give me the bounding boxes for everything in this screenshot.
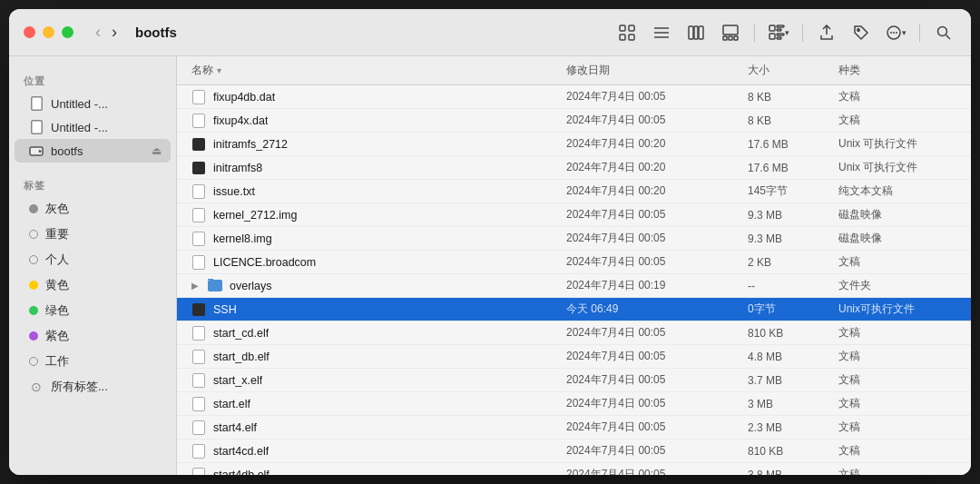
doc-icon	[192, 420, 205, 435]
file-size: 3.7 MB	[748, 374, 838, 387]
file-kind: 文稿	[838, 467, 956, 475]
fullscreen-button[interactable]	[62, 26, 74, 38]
file-size: 3.8 MB	[748, 469, 838, 476]
sidebar-tag-yellow[interactable]: 黄色	[15, 272, 171, 298]
table-row[interactable]: issue.txt 2024年7月4日 00:20 145字节 纯文本文稿	[177, 180, 971, 203]
table-row[interactable]: start_db.elf 2024年7月4日 00:05 4.8 MB 文稿	[177, 345, 971, 369]
tag-label-yellow: 黄色	[45, 277, 69, 293]
table-row[interactable]: start_cd.elf 2024年7月4日 00:05 810 KB 文稿	[177, 321, 971, 345]
file-icon	[191, 373, 206, 388]
close-button[interactable]	[24, 26, 35, 38]
share-button[interactable]	[814, 20, 839, 45]
svg-rect-1	[629, 25, 634, 31]
sidebar-tag-personal[interactable]: 个人	[15, 247, 171, 272]
file-size: 2 KB	[748, 256, 838, 269]
grid-view-button[interactable]	[614, 20, 640, 45]
back-button[interactable]: ‹	[92, 21, 104, 44]
file-date: 2024年7月4日 00:20	[566, 183, 748, 199]
table-row[interactable]: LICENCE.broadcom 2024年7月4日 00:05 2 KB 文稿	[177, 251, 971, 274]
purple-tag-dot	[29, 331, 38, 341]
sidebar-tag-important[interactable]: 重要	[15, 222, 171, 247]
file-size: 17.6 MB	[748, 138, 838, 151]
table-row[interactable]: ▶ overlays 2024年7月4日 00:19 -- 文件夹	[177, 274, 971, 298]
sidebar-tag-all[interactable]: ⊙ 所有标签...	[15, 374, 171, 400]
sidebar-tag-purple[interactable]: 紫色	[15, 323, 171, 349]
tag-button[interactable]	[848, 20, 874, 45]
tag-label-personal: 个人	[45, 252, 69, 268]
table-row[interactable]: initramfs_2712 2024年7月4日 00:20 17.6 MB U…	[177, 133, 971, 156]
table-row[interactable]: start.elf 2024年7月4日 00:05 3 MB 文稿	[177, 392, 971, 416]
sidebar-tag-work[interactable]: 工作	[15, 349, 171, 374]
file-icon	[191, 255, 206, 270]
table-row[interactable]: start_x.elf 2024年7月4日 00:05 3.7 MB 文稿	[177, 369, 971, 392]
list-view-button[interactable]	[649, 20, 674, 45]
table-row[interactable]: fixup4x.dat 2024年7月4日 00:05 8 KB 文稿	[177, 109, 971, 133]
svg-rect-27	[31, 97, 42, 111]
file-date: 2024年7月4日 00:20	[566, 160, 748, 175]
file-size: 810 KB	[748, 445, 838, 458]
file-name: initramfs_2712	[213, 138, 288, 151]
minimize-button[interactable]	[43, 26, 54, 38]
col-header-kind[interactable]: 种类	[838, 63, 956, 78]
file-date: 2024年7月4日 00:05	[566, 420, 748, 435]
col-header-name[interactable]: 名称 ▾	[191, 63, 566, 78]
doc-icon	[192, 468, 205, 476]
eject-icon[interactable]: ⏏	[152, 144, 162, 157]
traffic-lights	[24, 26, 74, 38]
doc-icon	[192, 232, 205, 246]
column-view-button[interactable]	[683, 20, 709, 45]
column-headers: 名称 ▾ 修改日期 大小 种类	[177, 56, 971, 85]
table-row[interactable]: initramfs8 2024年7月4日 00:20 17.6 MB Unix …	[177, 156, 971, 180]
sidebar-tag-green[interactable]: 绿色	[15, 298, 171, 323]
sidebar-item-untitled1[interactable]: Untitled -...	[15, 92, 171, 115]
file-area: 名称 ▾ 修改日期 大小 种类 fixup4db.dat	[177, 56, 971, 475]
toolbar-icons: ▾	[614, 20, 956, 45]
tags-section-label: 标签	[9, 172, 176, 196]
sidebar-item-bootfs[interactable]: bootfs ⏏	[15, 139, 171, 163]
tag-label-important: 重要	[45, 226, 69, 242]
file-name: initramfs8	[213, 162, 262, 174]
file-size: 4.8 MB	[748, 351, 838, 363]
tag-label-work: 工作	[45, 353, 69, 370]
sidebar-tag-gray[interactable]: 灰色	[15, 196, 171, 222]
sidebar-item-untitled2[interactable]: Untitled -...	[15, 115, 171, 139]
group-view-button[interactable]: ▾	[766, 20, 791, 45]
table-row[interactable]: start4.elf 2024年7月4日 00:05 2.3 MB 文稿	[177, 416, 971, 440]
location-section-label: 位置	[9, 67, 176, 92]
file-name-cell: kernel_2712.img	[191, 208, 566, 222]
doc-icon2	[29, 120, 44, 134]
forward-button[interactable]: ›	[108, 21, 121, 44]
doc-icon	[192, 208, 205, 222]
table-row[interactable]: SSH 今天 06:49 0字节 Unix可执行文件	[177, 298, 971, 321]
file-size: 17.6 MB	[748, 162, 838, 174]
file-date: 2024年7月4日 00:05	[566, 372, 748, 388]
all-tags-icon: ⊙	[29, 380, 44, 394]
col-header-date[interactable]: 修改日期	[566, 63, 748, 78]
file-kind: 磁盘映像	[838, 207, 956, 222]
file-icon	[191, 420, 206, 435]
search-button[interactable]	[931, 20, 956, 45]
svg-rect-16	[777, 29, 781, 31]
svg-rect-18	[777, 34, 784, 35]
more-button[interactable]: ▾	[883, 20, 908, 45]
file-date: 2024年7月4日 00:05	[566, 254, 748, 270]
gray-tag-dot	[29, 204, 38, 213]
table-row[interactable]: fixup4db.dat 2024年7月4日 00:05 8 KB 文稿	[177, 85, 971, 109]
gallery-view-button[interactable]	[718, 20, 743, 45]
file-name-cell: kernel8.img	[191, 232, 566, 246]
separator3	[919, 24, 920, 42]
col-header-size[interactable]: 大小	[748, 63, 838, 78]
file-name-cell: start.elf	[191, 397, 566, 411]
table-row[interactable]: kernel_2712.img 2024年7月4日 00:05 9.3 MB 磁…	[177, 203, 971, 227]
doc-icon	[192, 255, 205, 270]
file-name: issue.txt	[213, 185, 255, 198]
doc-icon	[192, 397, 205, 411]
file-name-cell: fixup4db.dat	[191, 90, 566, 104]
exe-icon	[192, 303, 205, 316]
svg-rect-11	[723, 36, 727, 40]
table-row[interactable]: kernel8.img 2024年7月4日 00:05 9.3 MB 磁盘映像	[177, 227, 971, 251]
table-row[interactable]: start4db.elf 2024年7月4日 00:05 3.8 MB 文稿	[177, 463, 971, 475]
table-row[interactable]: start4cd.elf 2024年7月4日 00:05 810 KB 文稿	[177, 440, 971, 463]
file-name: overlays	[230, 280, 272, 292]
nav-arrows: ‹ ›	[92, 21, 121, 44]
